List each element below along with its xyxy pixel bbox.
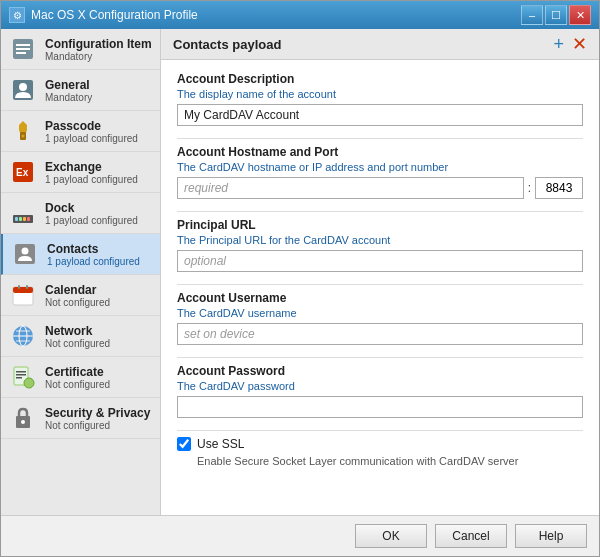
ssl-label[interactable]: Use SSL bbox=[197, 437, 244, 451]
svg-rect-19 bbox=[18, 285, 20, 289]
sidebar-icon-configuration-item bbox=[9, 35, 37, 63]
sidebar-text-calendar: Calendar Not configured bbox=[45, 283, 152, 308]
account-description-input[interactable] bbox=[177, 104, 583, 126]
sidebar-title-passcode: Passcode bbox=[45, 119, 152, 133]
sidebar-text-dock: Dock 1 payload configured bbox=[45, 201, 152, 226]
footer: OK Cancel Help bbox=[1, 515, 599, 556]
principal-url-input[interactable] bbox=[177, 250, 583, 272]
form-area: Account Description The display name of … bbox=[161, 60, 599, 515]
sidebar-sub-contacts: 1 payload configured bbox=[47, 256, 152, 267]
sidebar-title-contacts: Contacts bbox=[47, 242, 152, 256]
sidebar-sub-security-privacy: Not configured bbox=[45, 420, 152, 431]
sidebar-icon-passcode bbox=[9, 117, 37, 145]
sidebar-icon-security-privacy bbox=[9, 404, 37, 432]
close-payload-button[interactable]: ✕ bbox=[572, 35, 587, 53]
svg-rect-1 bbox=[16, 44, 30, 46]
sidebar-item-passcode[interactable]: Passcode 1 payload configured bbox=[1, 111, 160, 152]
sidebar-item-configuration-item[interactable]: Configuration Item Mandatory bbox=[1, 29, 160, 70]
account-description-section: Account Description The display name of … bbox=[177, 72, 583, 126]
header-actions: + ✕ bbox=[553, 35, 587, 53]
account-password-hint: The CardDAV password bbox=[177, 380, 583, 392]
sidebar-icon-calendar bbox=[9, 281, 37, 309]
content-header-title: Contacts payload bbox=[173, 37, 281, 52]
ssl-section: Use SSL Enable Secure Socket Layer commu… bbox=[177, 437, 583, 467]
sidebar-title-network: Network bbox=[45, 324, 152, 338]
sidebar-item-network[interactable]: Network Not configured bbox=[1, 316, 160, 357]
sidebar-sub-general: Mandatory bbox=[45, 92, 152, 103]
account-hostname-label: Account Hostname and Port bbox=[177, 145, 583, 159]
ssl-hint: Enable Secure Socket Layer communication… bbox=[197, 455, 583, 467]
sidebar-text-contacts: Contacts 1 payload configured bbox=[47, 242, 152, 267]
ssl-checkbox-row: Use SSL bbox=[177, 437, 583, 451]
close-button[interactable]: ✕ bbox=[569, 5, 591, 25]
account-hostname-input[interactable] bbox=[177, 177, 524, 199]
sidebar-item-certificate[interactable]: Certificate Not configured bbox=[1, 357, 160, 398]
svg-point-32 bbox=[21, 420, 25, 424]
sidebar-text-certificate: Certificate Not configured bbox=[45, 365, 152, 390]
account-hostname-section: Account Hostname and Port The CardDAV ho… bbox=[177, 145, 583, 199]
svg-rect-20 bbox=[26, 285, 28, 289]
help-button[interactable]: Help bbox=[515, 524, 587, 548]
account-username-label: Account Username bbox=[177, 291, 583, 305]
principal-url-label: Principal URL bbox=[177, 218, 583, 232]
sidebar-text-security-privacy: Security & Privacy Not configured bbox=[45, 406, 152, 431]
sidebar-item-calendar[interactable]: Calendar Not configured bbox=[1, 275, 160, 316]
sidebar-title-certificate: Certificate bbox=[45, 365, 152, 379]
sidebar-icon-network bbox=[9, 322, 37, 350]
sidebar-text-general: General Mandatory bbox=[45, 78, 152, 103]
account-username-hint: The CardDAV username bbox=[177, 307, 583, 319]
account-port-input[interactable] bbox=[535, 177, 583, 199]
sidebar-sub-exchange: 1 payload configured bbox=[45, 174, 152, 185]
sidebar-title-exchange: Exchange bbox=[45, 160, 152, 174]
svg-rect-3 bbox=[16, 52, 26, 54]
sidebar-sub-calendar: Not configured bbox=[45, 297, 152, 308]
sidebar-item-general[interactable]: General Mandatory bbox=[1, 70, 160, 111]
minimize-button[interactable]: – bbox=[521, 5, 543, 25]
account-description-label: Account Description bbox=[177, 72, 583, 86]
account-username-section: Account Username The CardDAV username bbox=[177, 291, 583, 345]
sidebar-sub-configuration-item: Mandatory bbox=[45, 51, 152, 62]
svg-point-5 bbox=[19, 83, 27, 91]
sidebar-sub-network: Not configured bbox=[45, 338, 152, 349]
sidebar-item-security-privacy[interactable]: Security & Privacy Not configured bbox=[1, 398, 160, 439]
sidebar-item-exchange[interactable]: Ex Exchange 1 payload configured bbox=[1, 152, 160, 193]
sidebar-item-contacts[interactable]: Contacts 1 payload configured bbox=[1, 234, 160, 275]
add-payload-button[interactable]: + bbox=[553, 35, 564, 53]
divider-4 bbox=[177, 357, 583, 358]
sidebar-title-calendar: Calendar bbox=[45, 283, 152, 297]
svg-rect-2 bbox=[16, 48, 30, 50]
svg-rect-13 bbox=[23, 217, 26, 221]
divider-1 bbox=[177, 138, 583, 139]
ok-button[interactable]: OK bbox=[355, 524, 427, 548]
account-password-section: Account Password The CardDAV password bbox=[177, 364, 583, 418]
title-bar: ⚙ Mac OS X Configuration Profile – ☐ ✕ bbox=[1, 1, 599, 29]
divider-5 bbox=[177, 430, 583, 431]
principal-url-hint: The Principal URL for the CardDAV accoun… bbox=[177, 234, 583, 246]
main-window: ⚙ Mac OS X Configuration Profile – ☐ ✕ C… bbox=[0, 0, 600, 557]
account-description-hint: The display name of the account bbox=[177, 88, 583, 100]
svg-point-7 bbox=[22, 135, 25, 138]
sidebar-item-dock[interactable]: Dock 1 payload configured bbox=[1, 193, 160, 234]
sidebar-sub-dock: 1 payload configured bbox=[45, 215, 152, 226]
content-panel: Contacts payload + ✕ Account Description… bbox=[161, 29, 599, 515]
sidebar-icon-certificate bbox=[9, 363, 37, 391]
account-password-label: Account Password bbox=[177, 364, 583, 378]
sidebar-sub-passcode: 1 payload configured bbox=[45, 133, 152, 144]
sidebar-text-exchange: Exchange 1 payload configured bbox=[45, 160, 152, 185]
hostname-port-row: : bbox=[177, 177, 583, 199]
window-title: Mac OS X Configuration Profile bbox=[31, 8, 198, 22]
svg-rect-28 bbox=[16, 374, 26, 376]
account-username-input[interactable] bbox=[177, 323, 583, 345]
svg-text:Ex: Ex bbox=[16, 167, 29, 178]
content-header: Contacts payload + ✕ bbox=[161, 29, 599, 60]
main-content: Configuration Item Mandatory General Man… bbox=[1, 29, 599, 515]
sidebar-title-dock: Dock bbox=[45, 201, 152, 215]
sidebar-icon-contacts bbox=[11, 240, 39, 268]
sidebar-icon-exchange: Ex bbox=[9, 158, 37, 186]
account-password-input[interactable] bbox=[177, 396, 583, 418]
maximize-button[interactable]: ☐ bbox=[545, 5, 567, 25]
sidebar-text-passcode: Passcode 1 payload configured bbox=[45, 119, 152, 144]
ssl-checkbox[interactable] bbox=[177, 437, 191, 451]
svg-rect-11 bbox=[15, 217, 18, 221]
cancel-button[interactable]: Cancel bbox=[435, 524, 507, 548]
